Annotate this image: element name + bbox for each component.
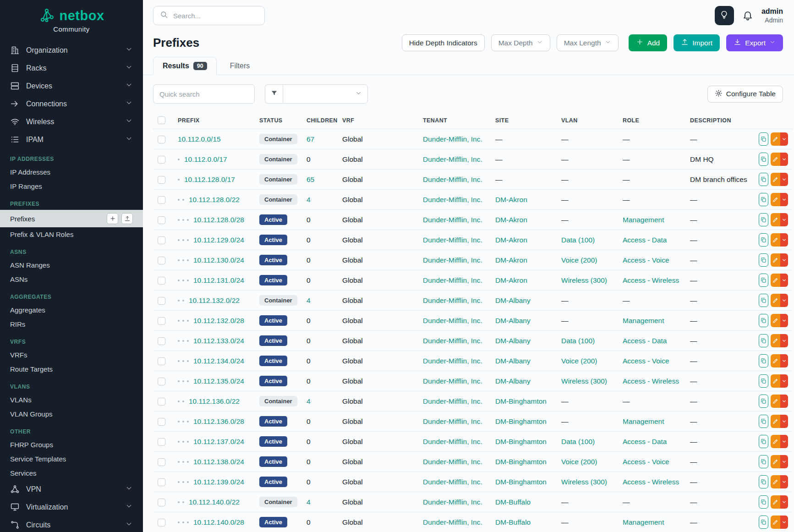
prefix-link[interactable]: 10.112.0.0/17 [184,155,227,163]
tenant-link[interactable]: Dunder-Mifflin, Inc. [423,317,482,324]
edit-button[interactable] [771,455,780,468]
prefix-link[interactable]: 10.112.128.0/28 [193,216,244,224]
clone-button[interactable] [759,294,768,307]
column-header-prefix[interactable]: PREFIX [173,112,255,129]
vlan-link[interactable]: Data (100) [561,236,595,244]
row-checkbox[interactable] [158,156,165,164]
sidebar-item-services[interactable]: Services [0,466,143,480]
clone-button[interactable] [759,274,768,287]
sidebar-item-circuits[interactable]: Circuits [0,516,143,532]
site-link[interactable]: DM-Akron [495,196,527,203]
tenant-link[interactable]: Dunder-Mifflin, Inc. [423,458,482,466]
prefix-link[interactable]: 10.112.129.0/24 [193,236,244,244]
clone-button[interactable] [759,132,768,146]
tenant-link[interactable]: Dunder-Mifflin, Inc. [423,196,482,203]
children-count-link[interactable]: 67 [307,135,314,143]
edit-button[interactable] [771,193,780,206]
role-link[interactable]: Access - Data [623,438,667,445]
tenant-link[interactable]: Dunder-Mifflin, Inc. [423,256,482,264]
edit-button[interactable] [771,132,780,146]
hide-depth-indicators-button[interactable]: Hide Depth Indicators [402,34,485,51]
sidebar-item-prefix-vlan-roles[interactable]: Prefix & VLAN Roles [0,227,143,241]
edit-button[interactable] [771,233,780,247]
clone-button[interactable] [759,415,768,428]
tenant-link[interactable]: Dunder-Mifflin, Inc. [423,135,482,143]
row-dropdown-button[interactable] [780,153,788,166]
sidebar-item-ipam[interactable]: IPAM [0,131,143,148]
sidebar-item-organization[interactable]: Organization [0,41,143,59]
theme-toggle-button[interactable] [715,6,734,25]
tenant-link[interactable]: Dunder-Mifflin, Inc. [423,357,482,365]
notifications-button[interactable] [742,10,753,22]
row-checkbox[interactable] [158,236,165,244]
tenant-link[interactable]: Dunder-Mifflin, Inc. [423,296,482,304]
tenant-link[interactable]: Dunder-Mifflin, Inc. [423,216,482,224]
prefix-link[interactable]: 10.112.134.0/24 [193,357,244,365]
prefix-link[interactable]: 10.112.132.0/22 [189,296,240,304]
site-link[interactable]: DM-Akron [495,276,527,284]
row-checkbox[interactable] [158,357,165,365]
role-link[interactable]: Access - Voice [623,256,669,264]
sidebar-item-aggregates[interactable]: Aggregates [0,303,143,317]
role-link[interactable]: Access - Wireless [623,276,679,284]
row-checkbox[interactable] [158,418,165,426]
vlan-link[interactable]: Voice (200) [561,458,597,466]
row-dropdown-button[interactable] [780,495,788,509]
prefix-link[interactable]: 10.112.0.0/15 [178,135,221,143]
clone-button[interactable] [759,374,768,388]
row-checkbox[interactable] [158,196,165,204]
role-link[interactable]: Access - Wireless [623,377,679,385]
row-checkbox[interactable] [158,519,165,527]
tenant-link[interactable]: Dunder-Mifflin, Inc. [423,417,482,425]
prefix-link[interactable]: 10.112.140.0/22 [189,498,240,506]
row-dropdown-button[interactable] [780,395,788,408]
site-link[interactable]: DM-Binghamton [495,458,547,466]
sidebar-item-asn-ranges[interactable]: ASN Ranges [0,258,143,272]
row-checkbox[interactable] [158,297,165,305]
column-header-site[interactable]: SITE [491,112,557,129]
row-dropdown-button[interactable] [780,294,788,307]
saved-filter-select[interactable] [283,84,368,104]
edit-button[interactable] [771,294,780,307]
prefix-link[interactable]: 10.112.138.0/24 [193,458,244,466]
sidebar-item-wireless[interactable]: Wireless [0,113,143,131]
netbox-logo[interactable]: netbox Community [0,7,143,33]
row-dropdown-button[interactable] [780,354,788,367]
site-link[interactable]: DM-Albany [495,377,531,385]
prefix-link[interactable]: 10.112.139.0/24 [193,478,244,486]
sidebar-item-vrfs[interactable]: VRFs [0,348,143,362]
max-depth-button[interactable]: Max Depth [491,34,550,51]
clone-button[interactable] [759,516,768,529]
row-checkbox[interactable] [158,438,165,446]
tenant-link[interactable]: Dunder-Mifflin, Inc. [423,337,482,345]
row-checkbox[interactable] [158,136,165,143]
edit-button[interactable] [771,475,780,488]
sidebar-item-ip-addresses[interactable]: IP Addresses [0,165,143,179]
column-header-vrf[interactable]: VRF [338,112,418,129]
tenant-link[interactable]: Dunder-Mifflin, Inc. [423,478,482,486]
site-link[interactable]: DM-Buffalo [495,518,531,526]
site-link[interactable]: DM-Akron [495,256,527,264]
prefix-link[interactable]: 10.112.128.0/22 [189,196,240,203]
sidebar-add-prefix-button[interactable] [107,213,118,224]
tab-filters[interactable]: Filters [220,57,260,75]
edit-button[interactable] [771,213,780,226]
vlan-link[interactable]: Wireless (300) [561,478,607,486]
site-link[interactable]: DM-Akron [495,216,527,224]
max-length-button[interactable]: Max Length [557,34,619,51]
site-link[interactable]: DM-Albany [495,317,531,324]
tenant-link[interactable]: Dunder-Mifflin, Inc. [423,236,482,244]
row-dropdown-button[interactable] [780,213,788,226]
site-link[interactable]: DM-Binghamton [495,478,547,486]
sidebar-item-service-templates[interactable]: Service Templates [0,452,143,466]
role-link[interactable]: Management [623,417,664,425]
row-checkbox[interactable] [158,398,165,406]
row-dropdown-button[interactable] [780,253,788,267]
add-button[interactable]: Add [629,34,668,51]
vlan-link[interactable]: Wireless (300) [561,377,607,385]
row-checkbox[interactable] [158,337,165,345]
prefix-link[interactable]: 10.112.132.0/28 [193,317,244,324]
prefix-link[interactable]: 10.112.130.0/24 [193,256,244,264]
prefix-link[interactable]: 10.112.136.0/22 [189,397,240,405]
sidebar-item-rirs[interactable]: RIRs [0,317,143,331]
